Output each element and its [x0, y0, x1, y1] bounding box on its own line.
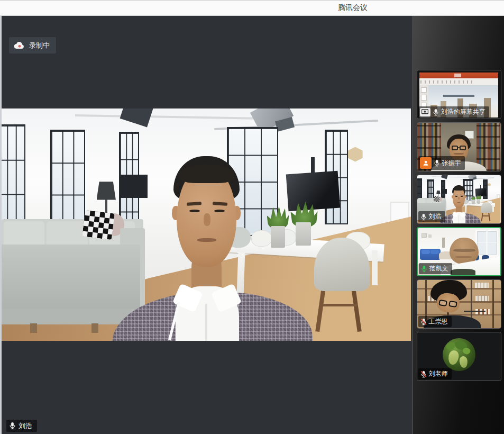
mic-muted-icon	[420, 370, 427, 378]
self-name-label: 刘浩	[19, 421, 32, 431]
main-video[interactable]	[2, 108, 411, 341]
participant-name: 范凯文	[429, 264, 448, 273]
mic-icon	[433, 159, 441, 167]
participant-name: 刘浩的屏幕共享	[441, 107, 485, 116]
tile-label: 刘浩	[418, 211, 445, 222]
recording-label: 录制中	[29, 41, 50, 50]
cloud-record-icon	[13, 41, 25, 50]
participant-tile-liuhao[interactable]: 刘浩	[417, 175, 501, 224]
window-left-edge	[0, 16, 2, 434]
mic-muted-icon	[420, 318, 427, 326]
participant-tiles: 刘浩的屏幕共享	[413, 70, 504, 381]
participant-tile-zhangzhenyu[interactable]: 张振宇	[417, 122, 501, 171]
office-scene	[2, 108, 411, 341]
participant-tile-fankaiwen[interactable]: 范凯文	[417, 227, 501, 276]
tile-label: 刘浩的屏幕共享	[418, 106, 489, 117]
tile-label: 刘老师	[418, 368, 452, 379]
participant-tile-screen-share[interactable]: 刘浩的屏幕共享	[417, 70, 501, 119]
participants-sidebar[interactable]: 刘浩的屏幕共享	[413, 16, 504, 434]
participant-name: 刘浩	[429, 212, 442, 221]
titlebar[interactable]: 腾讯会议	[0, 0, 504, 16]
participant-name: 张振宇	[442, 159, 461, 168]
tile-label: 范凯文	[419, 263, 452, 274]
mic-icon	[8, 422, 16, 430]
recording-badge[interactable]: 录制中	[9, 37, 56, 53]
tile-label: 张振宇	[418, 156, 465, 170]
participant-name: 王崇恩	[429, 317, 448, 326]
participant-tile-liulaoshi[interactable]: 刘老师	[417, 332, 501, 381]
self-name-badge: 刘浩	[6, 420, 37, 432]
participant-tile-wangchongen[interactable]: 王崇恩	[417, 279, 501, 329]
mic-icon	[432, 108, 439, 116]
meeting-window: 腾讯会议 录制中	[0, 0, 504, 434]
mic-active-icon	[420, 265, 428, 273]
host-person-icon	[420, 157, 432, 169]
tile-label: 王崇恩	[418, 316, 452, 327]
avatar	[443, 338, 475, 371]
participant-name: 刘老师	[429, 369, 448, 378]
window-title: 腾讯会议	[338, 3, 368, 13]
mic-icon	[420, 213, 427, 221]
screen-share-icon	[420, 108, 430, 116]
main-stage: 录制中	[0, 16, 413, 434]
